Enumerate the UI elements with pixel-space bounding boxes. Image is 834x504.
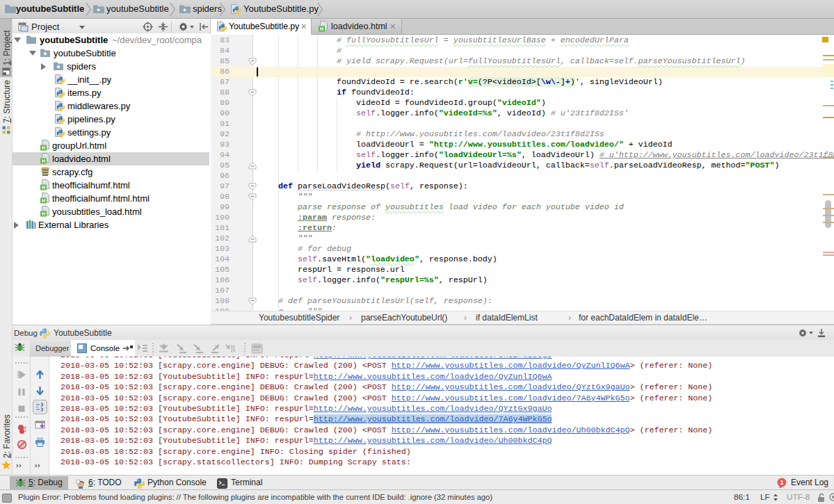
svg-text:1: 1 (780, 479, 783, 486)
svg-text:H: H (42, 185, 45, 190)
svg-text:H: H (42, 145, 45, 150)
svg-text:H: H (42, 158, 45, 163)
svg-text:H: H (42, 211, 45, 216)
svg-text:H: H (42, 198, 45, 203)
svg-text:H: H (320, 26, 323, 31)
